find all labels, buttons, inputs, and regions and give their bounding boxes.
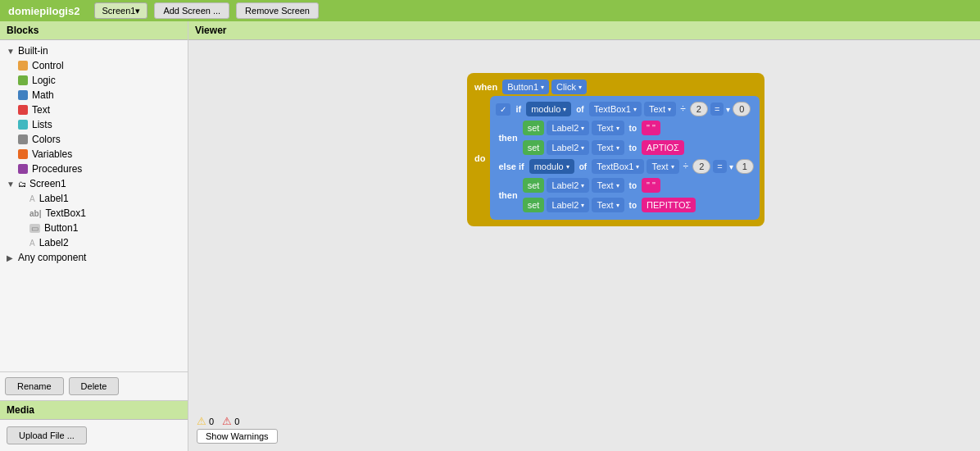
text-prop-4[interactable]: Text ▾ <box>592 198 624 212</box>
click-block[interactable]: Click ▾ <box>551 80 587 94</box>
arrow-icon-2: ▾ <box>729 162 733 171</box>
num0-block[interactable]: 0 <box>733 102 751 116</box>
label2-tri-4: ▾ <box>581 202 584 209</box>
then-row-2: then set Label2 ▾ <box>496 176 753 214</box>
procedures-label: Procedures <box>32 163 82 175</box>
show-warnings-button[interactable]: Show Warnings <box>197 429 278 444</box>
button1-icon: ▭ <box>29 224 40 233</box>
text-block-2[interactable]: Text ▾ <box>647 159 678 174</box>
then-label: then <box>496 133 519 143</box>
add-screen-button[interactable]: Add Screen ... <box>154 2 229 19</box>
then-content: set Label2 ▾ Text ▾ <box>523 119 684 157</box>
then-content-2: set Label2 ▾ Text ▾ <box>523 176 696 214</box>
viewer-header: Viewer <box>188 21 980 40</box>
sidebar-item-logic[interactable]: Logic <box>0 73 188 88</box>
any-component-group[interactable]: ▶ Any component <box>0 250 188 265</box>
arrow-icon: ▾ <box>726 105 730 114</box>
sidebar-item-control[interactable]: Control <box>0 58 188 73</box>
else-if-row: else if modulo ▾ of TextBox1 ▾ <box>496 159 753 174</box>
set-label-3: set <box>523 178 545 193</box>
equals-block-2[interactable]: = <box>713 160 726 173</box>
warn-item: ⚠ 0 <box>197 415 214 427</box>
screen1-button[interactable]: Screen1 ▾ <box>94 2 147 19</box>
empty-string-1[interactable]: " " <box>642 121 660 135</box>
sidebar-item-lists[interactable]: Lists <box>0 117 188 132</box>
textbox1-block-2[interactable]: TextBox1 ▾ <box>592 159 644 174</box>
label2-block-4[interactable]: Label2 ▾ <box>547 198 589 212</box>
remove-screen-button[interactable]: Remove Screen <box>236 2 319 19</box>
num2-block[interactable]: 2 <box>690 102 708 116</box>
any-component-label: Any component <box>18 252 86 263</box>
sidebar: Blocks ▼ Built-in Control Logic Math <box>0 21 188 451</box>
set-label-1: set <box>523 121 545 135</box>
set-label-2: set <box>523 140 545 155</box>
lists-color-dot <box>18 120 28 130</box>
label2-tri-1: ▾ <box>581 125 584 132</box>
modulo-block[interactable]: modulo ▾ <box>526 102 571 116</box>
app-title: domiepilogis2 <box>8 5 79 17</box>
colors-color-dot <box>18 134 28 144</box>
sidebar-item-colors[interactable]: Colors <box>0 132 188 147</box>
media-section: Media Upload File ... <box>0 400 188 451</box>
builtin-label: Built-in <box>18 45 48 57</box>
text-prop-2[interactable]: Text ▾ <box>592 140 624 155</box>
builtin-group[interactable]: ▼ Built-in <box>0 43 188 58</box>
do-label: do <box>472 153 488 163</box>
label2-block-3[interactable]: Label2 ▾ <box>547 178 589 193</box>
modulo-block-2[interactable]: modulo ▾ <box>529 159 574 174</box>
minus-sign: ÷ <box>678 103 687 115</box>
sidebar-item-math[interactable]: Math <box>0 88 188 102</box>
upload-file-button[interactable]: Upload File ... <box>7 426 87 444</box>
empty-string-2[interactable]: " " <box>642 178 660 193</box>
textbox1-block[interactable]: TextBox1 ▾ <box>589 102 642 116</box>
button1-name: Button1 <box>44 222 78 234</box>
text-prop-3[interactable]: Text ▾ <box>592 178 624 193</box>
rename-button[interactable]: Rename <box>5 377 64 395</box>
artios-block[interactable]: ΑΡΤΙΟΣ <box>642 140 684 155</box>
text-prop-tri-1: ▾ <box>616 125 619 132</box>
blocks-container: when Button1 ▾ Click ▾ do <box>467 73 764 226</box>
set-row-3: set Label2 ▾ Text ▾ <box>523 178 696 193</box>
if-condition-row: ✓ if modulo ▾ of TextBox1 <box>496 102 753 116</box>
sidebar-item-text[interactable]: Text <box>0 102 188 117</box>
if-block: ✓ if modulo ▾ of TextBox1 <box>490 96 759 220</box>
delete-button[interactable]: Delete <box>69 377 120 395</box>
sidebar-item-procedures[interactable]: Procedures <box>0 162 188 176</box>
sidebar-item-textbox1[interactable]: ab| TextBox1 <box>0 206 188 221</box>
equals-block[interactable]: = <box>710 102 724 116</box>
math-color-dot <box>18 90 28 100</box>
label2-name: Label2 <box>39 237 69 248</box>
screen1-dropdown-arrow: ▾ <box>135 6 140 16</box>
text-prop-tri-4: ▾ <box>616 202 619 209</box>
button1-block[interactable]: Button1 ▾ <box>502 80 549 94</box>
num2-block-2[interactable]: 2 <box>692 159 710 174</box>
err-count: 0 <box>234 417 239 426</box>
viewer-canvas: when Button1 ▾ Click ▾ do <box>188 40 980 449</box>
textbox1-tri: ▾ <box>633 106 637 113</box>
control-label: Control <box>32 60 64 71</box>
then-label-2: then <box>496 190 519 200</box>
do-row: do ✓ if modulo ▾ <box>472 96 760 220</box>
label1-icon: A <box>29 194 35 203</box>
else-if-label: else if <box>496 162 526 171</box>
colors-label: Colors <box>32 134 61 145</box>
sidebar-item-label2[interactable]: A Label2 <box>0 235 188 250</box>
label2-block-2[interactable]: Label2 ▾ <box>547 140 589 155</box>
screen1-group[interactable]: ▼ 🗂 Screen1 <box>0 176 188 191</box>
text-color-dot <box>18 105 28 115</box>
modulo2-tri: ▾ <box>566 163 569 171</box>
sidebar-item-variables[interactable]: Variables <box>0 147 188 162</box>
text-prop-1[interactable]: Text ▾ <box>592 121 624 135</box>
text-prop-tri-2: ▾ <box>616 144 619 152</box>
main-event-block[interactable]: when Button1 ▾ Click ▾ do <box>467 73 764 226</box>
textbox1-tri-2: ▾ <box>636 163 639 171</box>
num1-block[interactable]: 1 <box>736 159 754 174</box>
text-block1[interactable]: Text ▾ <box>644 102 676 116</box>
label2-tri-2: ▾ <box>581 144 584 152</box>
sidebar-item-button1[interactable]: ▭ Button1 <box>0 221 188 235</box>
builtin-expand-icon: ▼ <box>7 47 18 56</box>
perittos-block[interactable]: ΠΕΡΙΤΤΟΣ <box>642 198 696 212</box>
textbox1-name: TextBox1 <box>45 207 85 219</box>
label2-block-1[interactable]: Label2 ▾ <box>547 121 589 135</box>
sidebar-item-label1[interactable]: A Label1 <box>0 191 188 206</box>
